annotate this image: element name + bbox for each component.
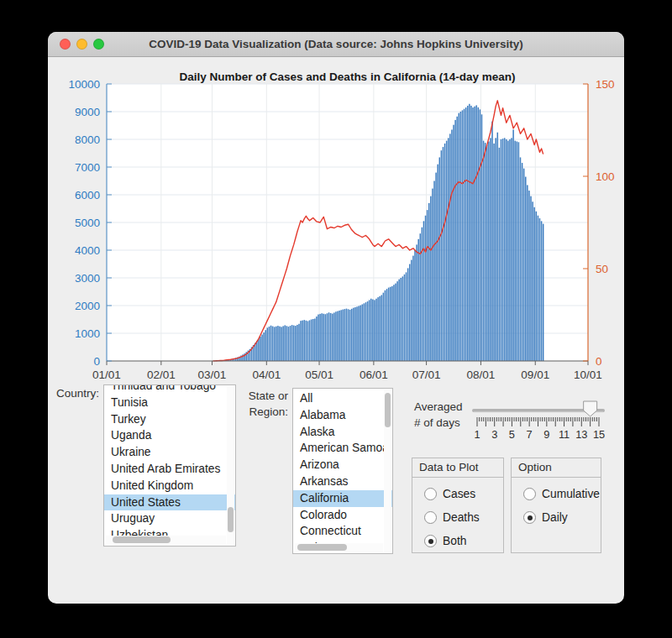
svg-text:3000: 3000 [75, 272, 100, 285]
app-window: COVID-19 Data Visualization (Data source… [48, 32, 624, 604]
horizontal-scrollbar-thumb[interactable] [297, 544, 346, 551]
list-item[interactable]: Connecticut [293, 523, 392, 540]
svg-text:150: 150 [596, 78, 615, 91]
country-label: Country: [55, 385, 99, 401]
svg-text:05/01: 05/01 [305, 369, 333, 381]
svg-text:6000: 6000 [75, 189, 100, 201]
list-item[interactable]: United Arab Emirates [104, 461, 235, 478]
radio-option-daily[interactable]: Daily [523, 510, 601, 525]
radio-option-deaths[interactable]: Deaths [424, 510, 503, 525]
list-item[interactable]: Ukraine [104, 444, 235, 461]
radio-label: Deaths [443, 511, 480, 524]
radio-option-cases[interactable]: Cases [424, 487, 503, 501]
radio-label: Cases [443, 488, 475, 500]
list-item-selected[interactable]: California [293, 490, 392, 507]
list-item[interactable]: Alabama [293, 407, 392, 424]
list-rows: AllAlabamaAlaskaAmerican SamoaArizonaArk… [293, 390, 392, 554]
vertical-scrollbar-thumb[interactable] [228, 507, 234, 532]
svg-text:0: 0 [93, 355, 100, 368]
days-slider[interactable]: 13579111315 [470, 395, 606, 442]
svg-text:11: 11 [559, 428, 570, 441]
list-item[interactable]: All [293, 390, 392, 407]
horizontal-scrollbar-thumb[interactable] [113, 536, 171, 543]
desktop: { "window": {"title": "COVID-19 Data Vis… [0, 0, 672, 638]
list-item[interactable]: Tunisia [104, 395, 235, 411]
radio-label: Both [443, 535, 466, 547]
radio-option-both[interactable]: Both [424, 534, 503, 548]
svg-text:15: 15 [593, 428, 605, 441]
radio-label: Daily [542, 511, 568, 524]
slider-label: Averaged # of days [414, 399, 473, 431]
vertical-scrollbar[interactable] [384, 390, 391, 552]
svg-text:7000: 7000 [75, 161, 100, 174]
slider-thumb[interactable] [584, 401, 597, 416]
horizontal-scrollbar[interactable] [294, 543, 383, 552]
country-listbox[interactable]: Trinidad and TobagoTunisiaTurkeyUgandaUk… [103, 384, 236, 546]
horizontal-scrollbar[interactable] [105, 536, 226, 545]
list-item-selected[interactable]: United States [104, 494, 235, 511]
svg-text:50: 50 [596, 263, 608, 275]
radio-button[interactable] [523, 511, 536, 524]
list-item[interactable]: United Kingdom [104, 478, 235, 494]
svg-text:07/01: 07/01 [412, 369, 441, 381]
svg-text:1: 1 [474, 428, 480, 441]
list-item[interactable]: Arkansas [293, 473, 392, 490]
list-item[interactable]: Uruguay [104, 510, 235, 527]
svg-text:10/01: 10/01 [574, 369, 602, 381]
svg-text:3: 3 [491, 428, 497, 441]
svg-text:06/01: 06/01 [360, 369, 388, 381]
window-title: COVID-19 Data Visualization (Data source… [48, 38, 624, 50]
vertical-scrollbar[interactable] [227, 386, 234, 545]
state-label: State or Region: [241, 388, 288, 420]
data-to-plot-group: Data to Plot CasesDeathsBoth [412, 458, 504, 553]
group-title: Option [512, 458, 601, 478]
radio-option-cumulative[interactable]: Cumulative [523, 487, 601, 501]
vertical-scrollbar-thumb[interactable] [385, 393, 391, 427]
svg-text:13: 13 [575, 428, 587, 441]
svg-text:0: 0 [596, 355, 602, 368]
list-item[interactable]: Trinidad and Tobago [104, 384, 235, 395]
svg-text:100: 100 [596, 170, 615, 183]
radio-dot [428, 539, 433, 544]
svg-text:9000: 9000 [75, 106, 100, 118]
svg-text:09/01: 09/01 [521, 369, 549, 381]
radio-button[interactable] [523, 488, 536, 500]
group-title: Data to Plot [412, 458, 503, 478]
svg-text:04/01: 04/01 [252, 369, 281, 381]
option-group: Option CumulativeDaily [511, 458, 601, 553]
list-rows: Trinidad and TobagoTunisiaTurkeyUgandaUk… [104, 384, 235, 544]
svg-text:5000: 5000 [75, 217, 100, 229]
list-item[interactable]: Arizona [293, 457, 392, 473]
svg-text:01/01: 01/01 [92, 369, 121, 381]
list-item[interactable]: Turkey [104, 411, 235, 428]
chart-canvas: 0100020003000400050006000700080009000100… [48, 56, 624, 392]
list-item[interactable]: Colorado [293, 507, 392, 524]
radio-button[interactable] [424, 488, 437, 500]
radio-dot [528, 515, 533, 520]
radio-button[interactable] [424, 535, 437, 547]
list-item[interactable]: Alaska [293, 424, 392, 441]
radio-button[interactable] [424, 511, 437, 524]
titlebar[interactable]: COVID-19 Data Visualization (Data source… [48, 32, 624, 57]
svg-text:10000: 10000 [68, 78, 100, 91]
svg-text:5: 5 [509, 428, 515, 441]
svg-text:7: 7 [527, 428, 533, 441]
svg-text:1000: 1000 [75, 327, 100, 340]
list-item[interactable]: Uganda [104, 427, 235, 444]
svg-text:02/01: 02/01 [147, 369, 176, 381]
svg-text:2000: 2000 [75, 300, 100, 312]
svg-text:9: 9 [543, 428, 549, 441]
svg-text:08/01: 08/01 [467, 369, 496, 381]
svg-text:4000: 4000 [75, 244, 100, 257]
svg-text:03/01: 03/01 [198, 369, 227, 381]
svg-text:8000: 8000 [75, 133, 100, 146]
state-listbox[interactable]: AllAlabamaAlaskaAmerican SamoaArizonaArk… [292, 388, 393, 554]
radio-label: Cumulative [542, 488, 600, 500]
list-item[interactable]: American Samoa [293, 440, 392, 457]
